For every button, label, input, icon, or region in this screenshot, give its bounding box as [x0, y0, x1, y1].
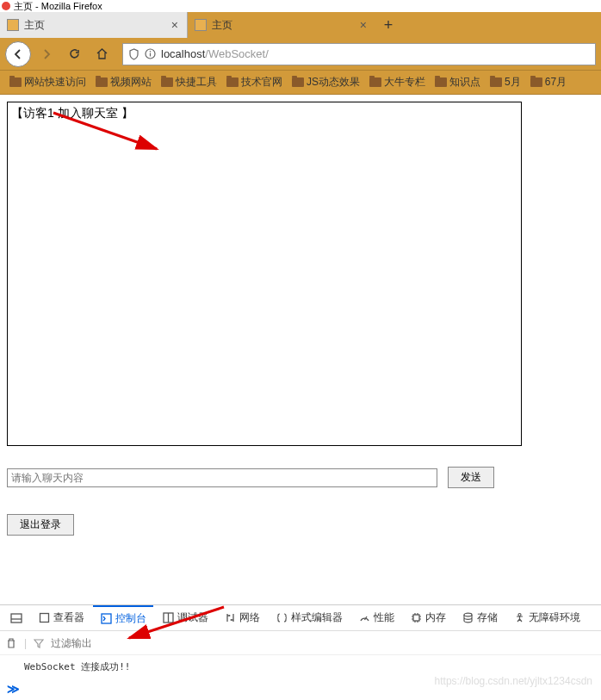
favicon-icon — [7, 19, 19, 31]
console-filter-input[interactable] — [51, 637, 596, 649]
devtools-tab-storage[interactable]: 存储 — [455, 605, 505, 631]
bookmark-item[interactable]: 技术官网 — [222, 72, 287, 92]
devtools-tab-debugger[interactable]: 调试器 — [155, 605, 215, 631]
chat-input[interactable] — [7, 468, 437, 487]
window-titlebar: 主页 - Mozilla Firefox — [0, 0, 601, 12]
page-content: 【访客1 加入聊天室 】 发送 退出登录 — [0, 95, 601, 542]
svg-point-2 — [150, 51, 152, 53]
bookmark-item[interactable]: 视频网站 — [91, 72, 156, 92]
bookmark-item[interactable]: 知识点 — [431, 72, 485, 92]
folder-icon — [369, 77, 381, 87]
firefox-logo-icon — [2, 2, 10, 10]
home-icon — [96, 47, 108, 60]
browser-tabs: 主页 × 主页 × + — [0, 12, 601, 38]
devtools-tab-inspector[interactable]: 查看器 — [31, 605, 91, 631]
watermark-text: https://blog.csdn.net/yjltx1234csdn — [435, 675, 592, 687]
devtools-dock-button[interactable] — [3, 605, 29, 631]
chat-messages-box: 【访客1 加入聊天室 】 — [7, 102, 522, 446]
svg-point-12 — [464, 613, 472, 616]
shield-icon[interactable] — [128, 48, 139, 60]
accessibility-icon — [513, 612, 525, 624]
reload-button[interactable] — [62, 42, 86, 66]
bookmark-item[interactable]: 大牛专栏 — [365, 72, 430, 92]
logout-button[interactable]: 退出登录 — [7, 514, 74, 536]
filter-icon — [34, 638, 44, 648]
url-text: localhost/WebSocket/ — [161, 47, 590, 60]
style-icon — [276, 612, 288, 624]
arrow-left-icon — [12, 48, 24, 60]
svg-rect-11 — [413, 615, 419, 621]
svg-rect-4 — [11, 614, 22, 623]
back-button[interactable] — [5, 41, 31, 67]
svg-rect-7 — [102, 614, 111, 623]
new-tab-button[interactable]: + — [375, 12, 401, 38]
folder-icon — [9, 77, 22, 87]
reload-icon — [68, 47, 81, 60]
home-button[interactable] — [90, 42, 114, 66]
devtools-tab-performance[interactable]: 性能 — [351, 605, 401, 631]
devtools-tab-network[interactable]: 网络 — [217, 605, 267, 631]
tab-0[interactable]: 主页 × — [0, 12, 188, 38]
send-button[interactable]: 发送 — [448, 467, 494, 488]
svg-rect-6 — [40, 614, 48, 623]
chat-input-row: 发送 — [7, 467, 594, 488]
bookmarks-bar: 网站快速访问 视频网站 快捷工具 技术官网 JS动态效果 大牛专栏 知识点 5月… — [0, 71, 601, 95]
bookmark-item[interactable]: 快捷工具 — [157, 72, 221, 92]
tab-title: 主页 — [212, 18, 353, 33]
arrow-right-icon — [40, 48, 53, 60]
debugger-icon — [162, 612, 174, 624]
folder-icon — [435, 77, 447, 87]
bookmark-item[interactable]: 网站快速访问 — [5, 72, 90, 92]
performance-icon — [358, 612, 370, 624]
inspector-icon — [38, 612, 50, 624]
forward-button — [34, 42, 59, 66]
trash-icon — [5, 637, 17, 649]
console-message: WebSocket 连接成功!! — [24, 661, 130, 672]
url-bar[interactable]: localhost/WebSocket/ — [122, 43, 596, 65]
folder-icon — [530, 77, 542, 87]
devtools-filter-row: | — [0, 631, 601, 655]
navigation-bar: localhost/WebSocket/ — [0, 38, 601, 71]
devtools-tab-memory[interactable]: 内存 — [403, 605, 453, 631]
memory-icon — [410, 612, 422, 624]
tab-title: 主页 — [24, 18, 164, 33]
bookmark-item[interactable]: 5月 — [486, 72, 525, 92]
devtools-tabs: 查看器 控制台 调试器 网络 样式编辑器 性能 内存 存储 — [0, 605, 601, 631]
favicon-icon — [195, 19, 207, 31]
devtools-tab-style[interactable]: 样式编辑器 — [269, 605, 350, 631]
folder-icon — [226, 77, 239, 87]
close-icon[interactable]: × — [358, 18, 369, 32]
bookmark-item[interactable]: 67月 — [526, 72, 571, 92]
network-icon — [224, 612, 236, 624]
devtools-panel: 查看器 控制台 调试器 网络 样式编辑器 性能 内存 存储 — [0, 604, 601, 699]
bookmark-item[interactable]: JS动态效果 — [288, 72, 364, 92]
tab-1[interactable]: 主页 × — [188, 12, 375, 38]
dock-icon — [10, 612, 22, 624]
folder-icon — [96, 77, 108, 87]
storage-icon — [462, 612, 474, 624]
info-icon[interactable] — [145, 48, 156, 59]
folder-icon — [161, 77, 173, 87]
close-icon[interactable]: × — [170, 18, 180, 32]
chat-message: 【访客1 加入聊天室 】 — [11, 106, 133, 120]
devtools-tab-accessibility[interactable]: 无障碍环境 — [506, 605, 587, 631]
clear-console-button[interactable] — [5, 637, 17, 649]
console-icon — [100, 613, 112, 625]
folder-icon — [292, 77, 304, 87]
devtools-tab-console[interactable]: 控制台 — [93, 605, 153, 631]
window-title: 主页 - Mozilla Firefox — [14, 0, 102, 12]
svg-point-13 — [518, 614, 521, 616]
folder-icon — [490, 77, 502, 87]
